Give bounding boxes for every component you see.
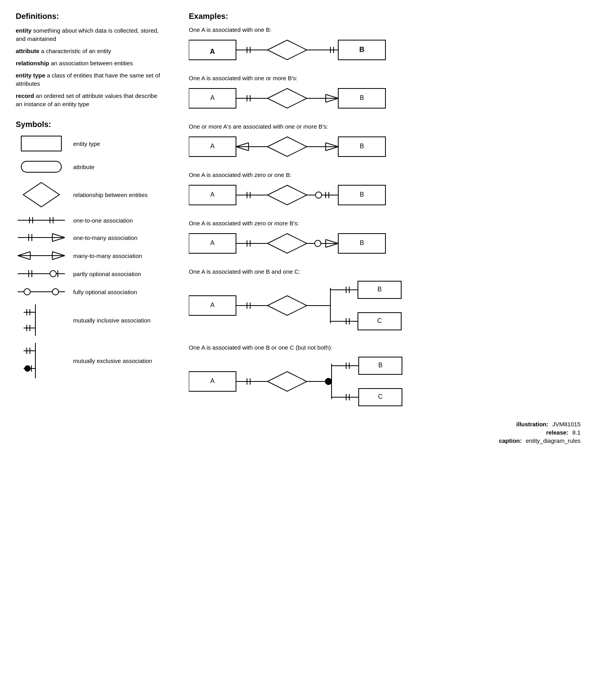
def-record-desc: an ordered set of attribute values that …: [16, 92, 157, 107]
relationship-svg: [22, 181, 61, 208]
svg-marker-90: [267, 185, 307, 205]
svg-text:C: C: [377, 317, 382, 324]
svg-text:A: A: [210, 94, 215, 101]
svg-marker-77: [267, 137, 307, 157]
svg-text:A: A: [210, 239, 215, 246]
example-5-svg: A B: [189, 230, 409, 257]
example-5: One A is associated with zero or more B'…: [189, 220, 596, 257]
attribute-svg: [20, 160, 63, 174]
many-to-many-svg: [18, 250, 65, 261]
one-to-many-svg: [18, 232, 65, 243]
example-6-svg: A B: [189, 278, 409, 333]
left-column: Definitions: entity something about whic…: [16, 12, 165, 385]
def-attribute-desc: a characteristic of an entity: [41, 48, 111, 54]
svg-text:B: B: [360, 94, 364, 101]
svg-line-73: [236, 143, 249, 147]
svg-marker-62: [267, 88, 307, 108]
symbols-title: Symbols:: [16, 120, 165, 129]
example-2-diagram: A B: [189, 85, 596, 112]
symbol-one-to-many: one-to-many association: [16, 232, 165, 243]
example-1-svg: A B: [189, 36, 409, 64]
svg-marker-51: [267, 40, 307, 60]
svg-line-107: [326, 243, 338, 247]
symbol-partly-optional: partly optional association: [16, 268, 165, 279]
def-attribute: attribute a characteristic of an entity: [16, 47, 165, 55]
svg-text:B: B: [360, 239, 364, 246]
illustration-value: JVM81015: [552, 421, 581, 427]
svg-line-13: [52, 238, 65, 241]
example-7-label: One A is associated with one B or one C …: [189, 344, 596, 351]
symbol-fully-optional: fully optional association: [16, 286, 165, 297]
def-attribute-term: attribute: [16, 48, 39, 54]
mutually-inclusive-label: mutually inclusive association: [73, 317, 151, 324]
example-2-svg: A B: [189, 85, 409, 112]
svg-text:B: B: [360, 191, 364, 198]
example-5-label: One A is associated with zero or more B'…: [189, 220, 596, 227]
many-to-many-label: many-to-many association: [73, 252, 142, 259]
release-label: release:: [546, 429, 568, 436]
fully-optional-label: fully optional association: [73, 289, 137, 295]
one-to-one-label: one-to-one association: [73, 217, 133, 224]
mutually-inclusive-svg: [24, 304, 59, 336]
svg-rect-1: [21, 161, 61, 172]
svg-text:B: B: [378, 362, 383, 368]
def-relationship-desc: an association between entities: [51, 60, 133, 66]
entity-type-graphic: [16, 134, 67, 153]
example-4-diagram: A B: [189, 181, 596, 209]
svg-line-79: [326, 143, 338, 147]
svg-line-81: [326, 147, 338, 151]
svg-text:B: B: [359, 46, 365, 53]
partly-optional-label: partly optional association: [73, 271, 141, 277]
example-1: One A is associated with one B: A: [189, 26, 596, 64]
svg-point-92: [315, 192, 322, 198]
attribute-graphic: [16, 160, 67, 174]
example-3-diagram: A B: [189, 133, 596, 160]
example-7-diagram: A: [189, 354, 596, 409]
example-7-svg: A: [189, 354, 409, 409]
svg-marker-134: [267, 372, 307, 391]
definitions-title: Definitions:: [16, 12, 165, 21]
svg-line-18: [18, 256, 30, 260]
svg-rect-0: [21, 136, 61, 151]
example-6-label: One A is associated with one B and one C…: [189, 268, 596, 275]
attribute-label: attribute: [73, 164, 94, 170]
one-to-one-graphic: [16, 216, 67, 225]
one-to-many-label: one-to-many association: [73, 234, 137, 241]
svg-point-31: [52, 289, 59, 295]
example-4-label: One A is associated with zero or one B:: [189, 171, 596, 178]
symbol-one-to-one: one-to-one association: [16, 216, 165, 225]
mutually-exclusive-graphic: [16, 343, 67, 378]
symbol-mutually-inclusive: mutually inclusive association: [16, 304, 165, 336]
entity-type-svg: [20, 134, 63, 153]
def-entity: entity something about which data is col…: [16, 26, 165, 43]
mutually-exclusive-label: mutually exclusive association: [73, 357, 152, 364]
caption-label: caption:: [499, 437, 522, 444]
svg-line-11: [52, 234, 65, 238]
relationship-graphic: [16, 181, 67, 208]
symbol-attribute: attribute: [16, 160, 165, 174]
svg-line-75: [236, 147, 249, 151]
svg-point-104: [315, 240, 321, 247]
symbol-relationship: relationship between entities: [16, 181, 165, 208]
def-record-term: record: [16, 92, 34, 99]
example-1-diagram: A B: [189, 36, 596, 64]
footer-release: release: 8.1: [189, 429, 581, 436]
svg-line-64: [326, 94, 338, 98]
footer-section: illustration: JVM81015 release: 8.1 capt…: [189, 421, 596, 444]
one-to-many-graphic: [16, 232, 67, 243]
example-3: One or more A's are associated with one …: [189, 123, 596, 160]
one-to-one-svg: [18, 216, 65, 225]
release-value: 8.1: [572, 429, 581, 436]
example-2-label: One A is associated with one or more B's…: [189, 75, 596, 81]
svg-marker-116: [267, 296, 307, 315]
example-6-diagram: A B: [189, 278, 596, 333]
example-4: One A is associated with zero or one B: …: [189, 171, 596, 209]
svg-text:B: B: [360, 143, 364, 149]
svg-text:A: A: [210, 378, 215, 384]
footer-caption: caption: entity_diagram_rules: [189, 437, 581, 444]
main-layout: Definitions: entity something about whic…: [16, 12, 596, 446]
example-3-label: One or more A's are associated with one …: [189, 123, 596, 130]
svg-line-66: [326, 98, 338, 102]
svg-line-22: [52, 256, 65, 260]
svg-text:A: A: [210, 48, 215, 55]
